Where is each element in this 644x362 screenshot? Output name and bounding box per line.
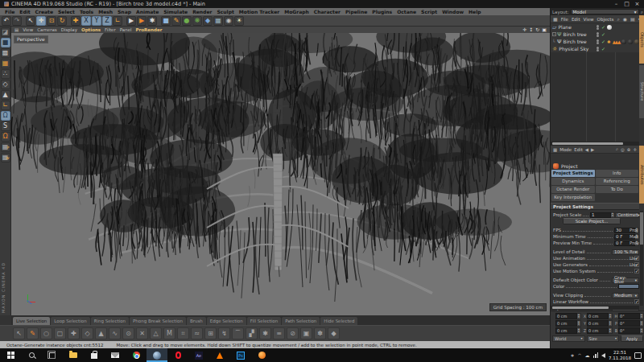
bottom-tool-icon-14[interactable]: ⊞ [204,327,217,339]
magnet-icon[interactable]: Ω [1,132,10,142]
coord-value-input[interactable]: 0 cm [587,327,609,334]
menu-script[interactable]: Script [421,9,437,14]
attribute-tab-to-do[interactable]: To Do [596,186,639,193]
make-editable-icon[interactable]: ◪ [1,27,10,37]
tool-tab-phong-break-selection[interactable]: Phong Break Selection [130,317,186,325]
bottom-tool-icon-17[interactable]: ▞ [246,327,258,339]
visibility-dots-icon[interactable] [597,39,600,45]
side-tab-objects[interactable]: Objects [639,15,644,64]
tool-tab-edge-selection[interactable]: Edge Selection [207,317,246,325]
spinner-icon[interactable]: ▴▾ [609,313,613,319]
attribute-section-header[interactable]: Project Settings [551,203,639,210]
attribute-tab-referencing[interactable]: Referencing [596,178,639,185]
snap-settings-icon[interactable]: S [1,121,10,131]
enable-check-icon[interactable]: ✓ [601,46,605,52]
toggle-view-icon[interactable]: ▣ [542,27,547,33]
viewport[interactable]: ▤ViewCamerasDisplayOptionsFilterPanelPro… [11,27,550,315]
coord-value-input[interactable]: 0° [618,313,640,319]
menu-select[interactable]: Select [58,9,75,14]
material-tag-dark[interactable] [621,39,626,44]
am-nav-icon-0[interactable]: ◀ [585,147,588,152]
object-row-birch-tree[interactable]: –ΨBirch tree✓ [551,31,639,38]
coord-mode-dropdown[interactable]: World▾ [552,335,585,342]
menu-window[interactable]: Window [442,9,464,14]
close-button[interactable]: × [632,0,642,8]
menu-animate[interactable]: Animate [136,9,159,14]
taskbar-search-icon[interactable] [21,348,42,362]
taskbar-fl-studio-icon[interactable] [251,348,272,362]
onedrive-icon[interactable]: ☁ [585,352,590,359]
om-menu-file[interactable]: File [561,17,568,22]
menu-render[interactable]: Render [192,9,212,14]
tool-tab-hide-selected[interactable]: Hide Selected [320,317,357,325]
render-settings-icon[interactable]: ✱ [147,16,157,26]
coord-value-input[interactable]: 0 cm [555,327,577,334]
attribute-tab-dynamics[interactable]: Dynamics [551,178,595,185]
bottom-tool-icon-23[interactable]: ◆ [328,327,340,339]
taskbar-start-button[interactable] [0,348,21,362]
zoom-view-icon[interactable]: ↕ [529,27,533,33]
taskbar-opera-icon[interactable] [167,348,188,362]
visibility-dots-icon[interactable] [597,46,600,52]
coord-value-input[interactable]: 0° [618,320,640,327]
layout-select[interactable]: Model▾ [571,9,639,14]
tool-tab-brush[interactable]: Brush [187,317,206,325]
render-picture-viewer-icon[interactable]: ▶ [137,16,147,26]
tool-tab-fill-selection[interactable]: Fill Selection [247,317,281,325]
om-header-icon-1[interactable]: ◉ [623,16,627,22]
mograph-icon[interactable]: ❋ [192,16,202,26]
object-row-plane[interactable]: ▱Plane✓ [551,23,639,31]
coord-value-input[interactable]: 0 cm [587,320,609,327]
material-tag-dark[interactable] [628,39,633,44]
taskbar-task-view-icon[interactable] [42,348,63,362]
dropdown[interactable]: Medium▾ [612,293,639,298]
menu-tools[interactable]: Tools [80,9,93,14]
bottom-tool-icon-19[interactable]: ≡ [273,327,285,339]
enable-check-icon[interactable]: ✓ [601,31,605,38]
bottom-tool-icon-9[interactable]: ✕ [136,327,148,339]
pen-spline-icon[interactable]: ✎ [171,16,181,26]
checkbox[interactable]: ✓ [634,299,639,304]
volume-icon[interactable] [601,353,605,358]
bottom-tool-icon-7[interactable]: ∿ [109,327,121,339]
spinner-icon[interactable]: ▴▾ [609,320,613,327]
redo-icon[interactable]: ↷ [12,16,22,26]
side-tab-attributes[interactable]: Attributes [639,146,644,204]
coord-value-input[interactable]: 0° [618,327,640,334]
bottom-tool-icon-2[interactable]: ○ [40,327,52,339]
lock-y-icon[interactable]: Y [92,16,101,26]
am-header-icon-2[interactable]: ⊕ [627,147,631,152]
taskbar-file-explorer-icon[interactable] [63,348,84,362]
coord-size-dropdown[interactable]: Size▾ [587,335,620,342]
apply-button[interactable]: Apply [621,335,643,342]
om-menu-objects[interactable]: Objects [597,17,614,22]
dropdown[interactable]: Gray-Blue▾ [612,278,639,283]
tool-tab-live-selection[interactable]: Live Selection [13,317,50,325]
tool-tab-ring-selection[interactable]: Ring Selection [91,317,129,325]
minimize-button[interactable]: – [611,0,621,8]
last-tool-icon[interactable]: ✚ [71,16,80,26]
bottom-tool-icon-1[interactable]: ✎ [27,327,39,339]
visibility-dots-icon[interactable] [597,24,600,31]
action-center-icon[interactable] [634,352,642,359]
bottom-tool-icon-16[interactable]: ⌒ [232,327,244,339]
search-icon[interactable]: ⌕ [641,9,643,15]
add-cube-icon[interactable]: ■ [161,16,171,26]
bottom-tool-icon-0[interactable]: ↖ [13,327,25,339]
expression-tag-icon[interactable]: ✱ [607,39,611,44]
taskbar-photoshop-icon[interactable]: Ps [230,348,251,362]
subdivision-surface-icon[interactable]: ● [182,16,192,26]
bottom-tool-icon-21[interactable]: ▣ [300,327,312,339]
model-mode-icon[interactable]: ■ [1,38,10,47]
om-menu-view[interactable]: View [584,17,594,22]
spinner-icon[interactable]: ▴▾ [609,327,613,334]
viewport-menu-display[interactable]: Display [61,27,77,32]
light-icon[interactable]: ☀ [234,16,244,26]
tray-chevron-icon[interactable]: ^ [577,352,581,359]
spinner-icon[interactable]: ▴▾ [640,313,644,319]
rotate-view-icon[interactable]: ↻ [535,27,539,33]
coord-value-input[interactable]: 0 cm [587,313,609,319]
color-swatch[interactable] [618,284,639,289]
menu-mograph[interactable]: MoGraph [284,9,309,14]
spinner-icon[interactable]: ▴▾ [640,327,644,334]
